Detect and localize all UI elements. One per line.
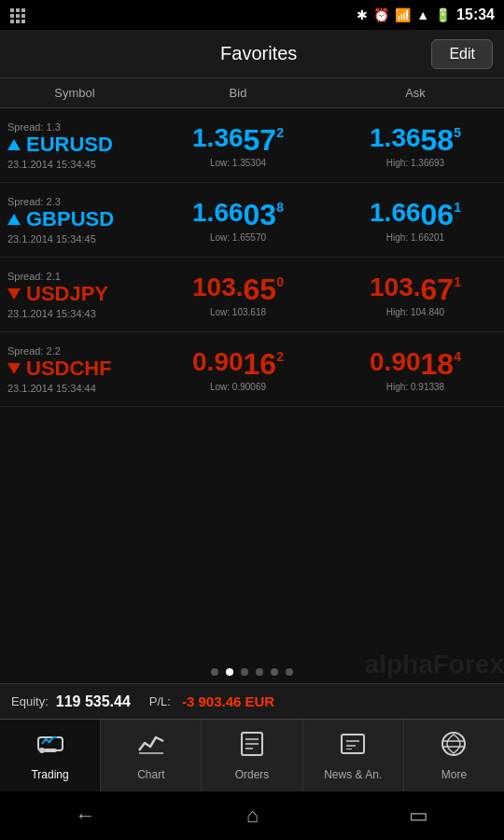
datetime-0: 23.1.2014 15:34:45 bbox=[7, 159, 142, 170]
bid-main-3: 0.90162 bbox=[192, 347, 284, 382]
forex-row[interactable]: Spread: 1.3 EURUSD 23.1.2014 15:34:45 1.… bbox=[0, 108, 504, 183]
symbol-name-2: USDJPY bbox=[26, 282, 108, 306]
symbol-name-0: EURUSD bbox=[26, 133, 113, 157]
bid-low-0: Low: 1.35304 bbox=[153, 158, 323, 168]
bid-prefix-1: 1.66 bbox=[192, 198, 244, 228]
nav-item-news[interactable]: News & An. bbox=[303, 720, 404, 791]
menu-icon bbox=[9, 7, 26, 23]
datetime-2: 23.1.2014 15:34:43 bbox=[7, 308, 142, 319]
ask-main-1: 1.66061 bbox=[370, 198, 461, 232]
ask-price-2: 103.671 High: 104.840 bbox=[327, 269, 504, 321]
nav-item-chart[interactable]: Chart bbox=[101, 720, 202, 791]
pagination-dot-5[interactable] bbox=[286, 668, 293, 676]
ask-big-1: 06 bbox=[421, 198, 455, 232]
battery-icon: 🔋 bbox=[435, 7, 451, 22]
bid-low-2: Low: 103.618 bbox=[153, 307, 323, 317]
bid-big-3: 16 bbox=[244, 347, 277, 382]
status-bar: ✱ ⏰ 📶 ▲ 🔋 15:34 bbox=[0, 0, 504, 30]
arrow-down-icon bbox=[7, 363, 21, 374]
ask-main-0: 1.36585 bbox=[370, 123, 461, 158]
ask-high-3: High: 0.91338 bbox=[330, 382, 500, 392]
ask-super-0: 5 bbox=[454, 125, 461, 140]
nav-item-more[interactable]: More bbox=[404, 720, 504, 791]
ask-big-2: 67 bbox=[421, 273, 455, 307]
ask-big-0: 58 bbox=[421, 123, 455, 158]
svg-rect-8 bbox=[21, 20, 25, 23]
pagination-dots bbox=[211, 661, 293, 683]
header-title: Favorites bbox=[86, 43, 431, 64]
edit-button[interactable]: Edit bbox=[431, 39, 493, 69]
signal-icon: ▲ bbox=[416, 7, 429, 22]
more-icon bbox=[440, 730, 468, 758]
col-bid-header: Bid bbox=[149, 86, 327, 100]
bid-main-0: 1.36572 bbox=[192, 123, 284, 158]
bid-prefix-2: 103. bbox=[192, 273, 244, 302]
svg-rect-3 bbox=[10, 14, 14, 18]
android-nav: ← ⌂ ▭ bbox=[0, 791, 504, 840]
time-display: 15:34 bbox=[456, 7, 495, 23]
orders-icon bbox=[238, 730, 266, 758]
svg-rect-17 bbox=[342, 735, 364, 753]
chart-icon bbox=[137, 730, 165, 758]
symbol-row-1: GBPUSD bbox=[7, 207, 142, 231]
arrow-up-icon bbox=[7, 139, 21, 150]
bid-price-1: 1.66038 Low: 1.65570 bbox=[149, 194, 327, 246]
pl-value: -3 903.46 EUR bbox=[182, 693, 274, 709]
pagination-dot-3[interactable] bbox=[256, 668, 263, 676]
equity-label: Equity: bbox=[11, 694, 49, 708]
ask-prefix-2: 103. bbox=[370, 273, 421, 302]
symbol-row-2: USDJPY bbox=[7, 282, 142, 306]
spread-1: Spread: 2.3 bbox=[7, 196, 142, 207]
trading-icon bbox=[36, 730, 64, 758]
pagination-dot-0[interactable] bbox=[211, 668, 218, 676]
bottom-nav: Trading Chart Orders News & An. More bbox=[0, 719, 504, 791]
svg-rect-5 bbox=[21, 14, 25, 18]
nav-icon-more bbox=[440, 730, 468, 764]
bid-super-0: 2 bbox=[276, 125, 284, 140]
home-button[interactable]: ⌂ bbox=[246, 804, 259, 828]
svg-rect-1 bbox=[16, 8, 20, 12]
nav-label-orders: Orders bbox=[235, 768, 270, 781]
column-headers: Symbol Bid Ask bbox=[0, 78, 504, 108]
pagination-dot-2[interactable] bbox=[241, 668, 248, 676]
col-symbol-header: Symbol bbox=[0, 86, 149, 100]
pagination-dot-4[interactable] bbox=[271, 668, 278, 676]
ask-big-3: 18 bbox=[421, 347, 455, 382]
main-content: Favorites Edit Symbol Bid Ask Spread: 1.… bbox=[0, 30, 504, 840]
ask-main-3: 0.90184 bbox=[370, 347, 461, 382]
bid-price-3: 0.90162 Low: 0.90069 bbox=[149, 343, 327, 396]
equity-value: 119 535.44 bbox=[56, 693, 131, 710]
symbol-row-3: USDCHF bbox=[7, 357, 142, 381]
status-left bbox=[9, 7, 26, 23]
forex-row[interactable]: Spread: 2.3 GBPUSD 23.1.2014 15:34:45 1.… bbox=[0, 183, 504, 258]
ask-main-2: 103.671 bbox=[370, 273, 461, 307]
wifi-icon: 📶 bbox=[395, 7, 411, 22]
forex-row[interactable]: Spread: 2.1 USDJPY 23.1.2014 15:34:43 10… bbox=[0, 258, 504, 332]
spread-3: Spread: 2.2 bbox=[7, 345, 142, 357]
bid-big-1: 03 bbox=[244, 198, 277, 232]
symbol-row-0: EURUSD bbox=[7, 133, 142, 157]
bid-prefix-3: 0.90 bbox=[192, 347, 244, 377]
nav-item-orders[interactable]: Orders bbox=[202, 720, 302, 791]
equity-bar: Equity: 119 535.44 P/L: -3 903.46 EUR bbox=[0, 683, 504, 719]
bid-prefix-0: 1.36 bbox=[192, 123, 244, 153]
recent-button[interactable]: ▭ bbox=[409, 804, 428, 828]
forex-row[interactable]: Spread: 2.2 USDCHF 23.1.2014 15:34:44 0.… bbox=[0, 332, 504, 407]
chart-area: alphaForex bbox=[0, 407, 504, 683]
forex-left-3: Spread: 2.2 USDCHF 23.1.2014 15:34:44 bbox=[0, 340, 149, 399]
bid-main-2: 103.650 bbox=[192, 273, 284, 307]
ask-high-2: High: 104.840 bbox=[330, 307, 500, 317]
nav-item-trading[interactable]: Trading bbox=[0, 720, 101, 791]
header: Favorites Edit bbox=[0, 30, 504, 78]
bid-big-2: 65 bbox=[244, 273, 277, 307]
nav-label-trading: Trading bbox=[31, 768, 68, 781]
bid-big-0: 57 bbox=[244, 123, 277, 158]
spread-0: Spread: 1.3 bbox=[7, 121, 142, 133]
ask-high-0: High: 1.36693 bbox=[330, 158, 500, 168]
pagination-dot-1[interactable] bbox=[226, 668, 233, 676]
back-button[interactable]: ← bbox=[76, 804, 96, 828]
bid-price-2: 103.650 Low: 103.618 bbox=[149, 269, 327, 321]
nav-label-news: News & An. bbox=[324, 768, 382, 781]
svg-rect-20 bbox=[346, 749, 352, 749]
svg-rect-4 bbox=[16, 14, 20, 18]
